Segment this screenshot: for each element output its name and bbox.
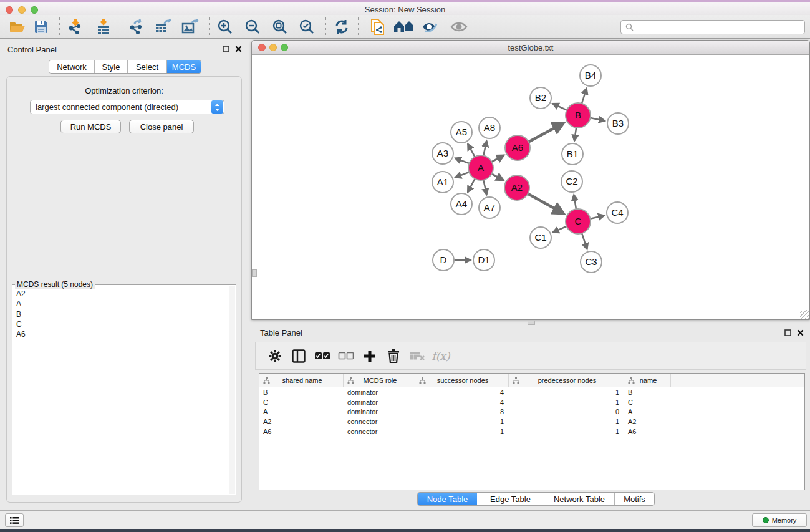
table-cell: 8 [415,408,509,415]
export-network-icon[interactable] [126,17,147,37]
table-cell: 1 [415,428,509,435]
zoom-selected-icon[interactable] [296,17,317,37]
tab-mcds[interactable]: MCDS [167,60,201,73]
result-list-item[interactable]: A [16,299,228,309]
graph-node-label: C3 [585,256,597,267]
table-row[interactable]: Adominator80A [259,407,804,417]
toolbar-separator [325,17,326,36]
column-header-shared-name[interactable]: shared name [259,374,344,387]
table-row[interactable]: A6connector11A6 [259,427,804,437]
zoom-fit-icon[interactable] [269,17,291,37]
graph-node-label: B3 [612,118,624,128]
show-panels-list-button[interactable] [5,513,24,527]
table-header-row: shared nameMCDS rolesuccessor nodesprede… [259,374,804,387]
zoom-out-icon[interactable] [242,17,263,37]
save-session-icon[interactable] [31,17,52,37]
mcds-tab-content: Optimization criterion: largest connecte… [6,76,242,503]
table-cell: A2 [624,418,671,425]
graph-node-label: D [440,254,447,265]
close-panel-icon[interactable] [797,329,804,336]
float-panel-icon[interactable] [223,46,229,52]
table-cell: A6 [259,428,344,435]
window-title: Session: New Session [0,5,810,14]
resize-grip-icon[interactable] [800,310,809,319]
run-mcds-button[interactable]: Run MCDS [60,120,121,133]
dropdown-value: largest connected component (directed) [31,102,211,112]
result-list-item[interactable]: B [16,309,228,319]
tab-style[interactable]: Style [95,60,128,73]
splitter-knob-vertical[interactable] [252,269,257,277]
optimization-criterion-label: Optimization criterion: [7,86,241,95]
show-column-panel-icon[interactable] [287,345,311,367]
mcds-result-title: MCDS result (5 nodes) [15,280,95,289]
import-network-icon[interactable] [65,17,86,37]
tab-select[interactable]: Select [128,60,167,73]
table-cell: dominator [344,389,415,396]
close-panel-button[interactable]: Close panel [129,120,194,133]
tab-network-table[interactable]: Network Table [544,493,615,505]
network-canvas[interactable]: B4B2BB3A5A8A6A3B1AC2A1A2A4A7C4CC1C3DD1 [252,55,809,319]
delete-column-trash-icon[interactable] [382,345,405,367]
close-panel-icon[interactable] [235,46,242,52]
toolbar-separator [358,17,359,36]
table-row[interactable]: Bdominator41B [259,387,804,397]
graph-node-label: A6 [512,142,523,153]
refresh-icon[interactable] [331,17,352,37]
table-cell: A [259,408,344,415]
graph-node-label: A2 [511,182,523,193]
table-cell: 4 [415,399,509,406]
copy-network-icon[interactable] [367,17,388,37]
home-icon[interactable] [393,17,414,37]
show-eye-icon[interactable] [448,17,470,37]
search-input[interactable] [634,21,804,34]
graph-node-label: D1 [478,254,489,265]
memory-status-icon [763,517,769,523]
table-cell: B [624,389,671,396]
table-cell: 1 [509,428,624,435]
create-column-plus-icon[interactable] [358,345,382,367]
search-field[interactable] [620,20,805,34]
result-list-item[interactable]: C [16,319,228,329]
graph-node-label: B2 [535,92,546,103]
select-all-icon[interactable] [311,345,334,367]
network-window-title: testGlobe.txt [252,43,809,52]
export-image-icon[interactable] [180,17,201,37]
result-list-item[interactable]: A6 [16,329,228,339]
export-table-icon[interactable] [153,17,174,37]
open-file-icon[interactable] [7,17,28,37]
status-bar: Memory [0,510,810,529]
table-settings-gear-icon[interactable] [263,345,287,367]
memory-button[interactable]: Memory [752,513,807,527]
table-cell: 1 [509,399,624,406]
graph-node-label: A1 [437,177,448,187]
deselect-all-icon[interactable] [334,345,358,367]
table-cell: 1 [509,389,624,396]
list-icon [10,516,19,525]
graph-node-label: A8 [484,122,495,133]
graph-node-label: C1 [534,232,546,243]
hide-panels-icon[interactable] [420,17,441,37]
float-panel-icon[interactable] [784,329,791,336]
graph-node-label: C4 [611,207,623,218]
table-cell: A [624,408,671,415]
column-header-MCDS-role[interactable]: MCDS role [344,374,415,387]
optimization-criterion-dropdown[interactable]: largest connected component (directed) [30,100,224,114]
import-table-icon[interactable] [93,17,114,37]
zoom-in-icon[interactable] [215,17,236,37]
tab-edge-table[interactable]: Edge Table [477,493,544,505]
column-header-name[interactable]: name [624,374,671,387]
result-list-item[interactable]: A2 [16,289,228,299]
column-header-predecessor-nodes[interactable]: predecessor nodes [509,374,624,387]
tab-network[interactable]: Network [49,60,95,73]
window-titlebar: Session: New Session [0,2,810,15]
table-row[interactable]: A2connector11A2 [259,417,804,427]
network-view-window: testGlobe.txt B4B2BB3A5A8A6A3B1AC2A1A2A4… [251,40,810,320]
tab-motifs[interactable]: Motifs [615,493,654,505]
control-panel-title: Control Panel [7,45,57,54]
table-cell: dominator [344,399,415,406]
tab-node-table[interactable]: Node Table [418,493,477,505]
result-scrollbar[interactable] [229,286,235,494]
table-row[interactable]: Cdominator41C [259,397,804,407]
mcds-result-list: A2ABCA6 [14,289,228,493]
column-header-successor-nodes[interactable]: successor nodes [415,374,509,387]
